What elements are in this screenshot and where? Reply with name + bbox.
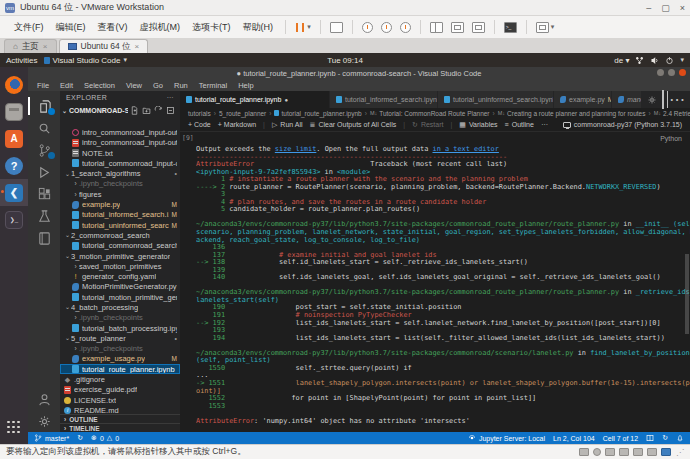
vmware-menu-item[interactable]: 编辑(E) (50, 19, 92, 36)
send-ctrl-alt-del-icon[interactable] (327, 21, 346, 34)
file-tree-item[interactable]: iREADME.md (60, 405, 180, 414)
layout-icon[interactable] (646, 434, 654, 442)
workspace-section-header[interactable]: ⌄ COMMONROAD-SEARCH (60, 104, 180, 117)
breadcrumb-item[interactable]: tutorial_route_planner.ipynb (274, 110, 361, 117)
output-link[interactable]: size limit (275, 146, 317, 153)
vscode-menu-item[interactable]: View (121, 81, 147, 90)
run-debug-icon[interactable] (28, 161, 60, 183)
search-icon[interactable] (28, 117, 60, 139)
printer-icon[interactable] (619, 448, 629, 456)
file-tree-item[interactable]: tutorial_commonroad_input-out... (60, 158, 180, 168)
breadcrumb-item[interactable]: M↓2.4 Retrieving refere (654, 110, 690, 117)
folder-item[interactable]: ⌄3_motion_primitive_generator (60, 251, 180, 261)
explorer-more-actions-icon[interactable]: ⋯ (167, 94, 174, 102)
editor-tab[interactable]: example.pyM● (554, 91, 612, 108)
file-tree-item[interactable]: tutorial_route_planner.ipynb (60, 364, 180, 374)
close-icon[interactable]: × (43, 42, 48, 51)
problems-indicator[interactable]: ⊗0 △0 (91, 434, 119, 442)
sync-icon[interactable]: ↻ (77, 434, 83, 442)
vmware-menu-item[interactable]: 选项卡(T) (186, 19, 237, 36)
vm-pause-button[interactable]: ▾ (292, 22, 314, 33)
file-tree-item[interactable]: NOTE.txt (60, 148, 180, 158)
folder-item[interactable]: ⌄2_commonroad_search (60, 230, 180, 240)
new-folder-icon[interactable] (142, 106, 151, 116)
power-icon[interactable] (665, 56, 674, 65)
show-applications-icon[interactable] (0, 413, 28, 440)
vmware-menu-item[interactable]: 文件(F) (8, 19, 50, 36)
vscode-menu-item[interactable]: Selection (79, 81, 120, 90)
vscode-menu-item[interactable]: File (32, 81, 54, 90)
keyboard-layout-indicator[interactable]: de ▾ (614, 56, 629, 65)
folder-item[interactable]: ›figures (60, 189, 180, 199)
fullscreen-icon[interactable]: ▾ (533, 21, 558, 34)
output-link[interactable]: in a text editor (433, 146, 499, 153)
extensions-icon[interactable] (28, 183, 60, 205)
editor-tab[interactable]: tutorial_uninformed_search.ipynbM (438, 91, 554, 108)
jupyter-server-indicator[interactable]: Jupyter Server: Local (468, 434, 545, 442)
run-all-button[interactable]: ▷Run All (272, 121, 303, 129)
panel-header-outline[interactable]: ›OUTLINE (60, 414, 180, 423)
vmware-maximize-button[interactable]: ▢ (661, 3, 670, 13)
folder-item[interactable]: ›.ipynb_checkpoints (60, 313, 180, 323)
more-actions-icon[interactable]: ⋯ (669, 90, 685, 109)
sound-icon[interactable] (633, 448, 643, 456)
source-control-icon[interactable] (28, 139, 60, 161)
editor-tab[interactable]: tutorial_route_planner.ipynb● (180, 91, 330, 108)
vscode-menu-item[interactable]: Run (169, 81, 193, 90)
vscode-menu-item[interactable]: Terminal (194, 81, 232, 90)
folder-item[interactable]: ⌄4_batch_processing (60, 302, 180, 312)
collapse-all-icon[interactable] (166, 106, 175, 116)
app-menu[interactable]: Visual Studio Code▾ (44, 56, 127, 65)
file-tree-item[interactable]: tutorial_informed_search.i...M (60, 210, 180, 220)
usb-icon[interactable] (647, 448, 657, 456)
add-button[interactable]: + Code (188, 121, 211, 128)
vscode-menu-item[interactable]: Help (233, 81, 258, 90)
cursor-position-indicator[interactable]: Ln 2, Col 104 (553, 435, 595, 442)
network-adapter-icon[interactable] (605, 448, 615, 456)
folder-item[interactable]: ⌄5_route_planner• (60, 333, 180, 343)
activities-button[interactable]: Activities (6, 56, 38, 65)
network-icon[interactable] (635, 56, 644, 65)
vmware-menu-item[interactable]: 查看(V) (92, 19, 134, 36)
outline-button[interactable]: ≡Outline (505, 121, 534, 128)
file-tree-item[interactable]: !generator_config.yaml (60, 271, 180, 281)
revert-snapshot-icon[interactable] (378, 21, 395, 34)
file-tree-item[interactable]: example_usage.pyM (60, 354, 180, 364)
system-menu-caret[interactable]: ▾ (680, 56, 684, 64)
more-button[interactable]: ⋯ (541, 121, 548, 129)
breadcrumb-item[interactable]: 5_route_planner (219, 110, 266, 117)
cdrom-icon[interactable] (593, 448, 601, 456)
refresh-icon[interactable] (154, 106, 163, 116)
file-tree-item[interactable]: ◆.gitignore (60, 374, 180, 384)
ubuntu-software-dock-icon[interactable]: A (0, 125, 28, 152)
settings-gear-icon[interactable] (647, 91, 657, 109)
jupyter-icon[interactable] (28, 227, 60, 249)
take-snapshot-icon[interactable] (359, 21, 376, 34)
clear-outputs-button[interactable]: ≣Clear Outputs of All Cells (310, 121, 397, 129)
vmware-tab-home[interactable]: ⌂主页× (4, 39, 57, 53)
account-icon[interactable] (28, 388, 60, 410)
vmware-tools-icon[interactable] (661, 448, 671, 456)
vscode-minimize-button[interactable] (657, 69, 664, 76)
refresh-icon[interactable]: ↻ (662, 434, 668, 442)
editor-scrollbar[interactable] (685, 254, 689, 334)
vmware-tab-vm[interactable]: Ubuntu 64 位× (59, 39, 149, 53)
file-tree-item[interactable]: MotionPrimitiveGenerator.py (60, 282, 180, 292)
folder-item[interactable]: ⌄1_search_algorithms• (60, 168, 180, 178)
file-tree-item[interactable]: tutorial_uninformed_searc...M (60, 220, 180, 230)
file-tree-item[interactable]: tutorial_commonroad_search.ip... (60, 241, 180, 251)
console-view-icon[interactable] (501, 21, 520, 34)
breadcrumb[interactable]: tutorials›5_route_planner›tutorial_route… (180, 108, 690, 118)
vmware-minimize-button[interactable]: – (646, 3, 651, 13)
volume-icon[interactable] (650, 56, 659, 65)
kernel-picker[interactable]: commonroad-py37 (Python 3.7.15) (563, 121, 682, 128)
clock[interactable]: Tue 09:14 (327, 56, 363, 65)
vmware-menu-item[interactable]: 虚拟机(M) (134, 19, 187, 36)
file-tree-item[interactable]: exercise_guide.pdf (60, 385, 180, 395)
vscode-menu-item[interactable]: Go (148, 81, 168, 90)
vmware-close-button[interactable]: × (680, 3, 685, 13)
show-thumbnail-bar-icon[interactable] (448, 21, 467, 34)
close-icon[interactable]: × (135, 42, 140, 51)
testing-icon[interactable] (28, 205, 60, 227)
file-tree-item[interactable]: intro_commonroad_input-outpu... (60, 127, 180, 137)
